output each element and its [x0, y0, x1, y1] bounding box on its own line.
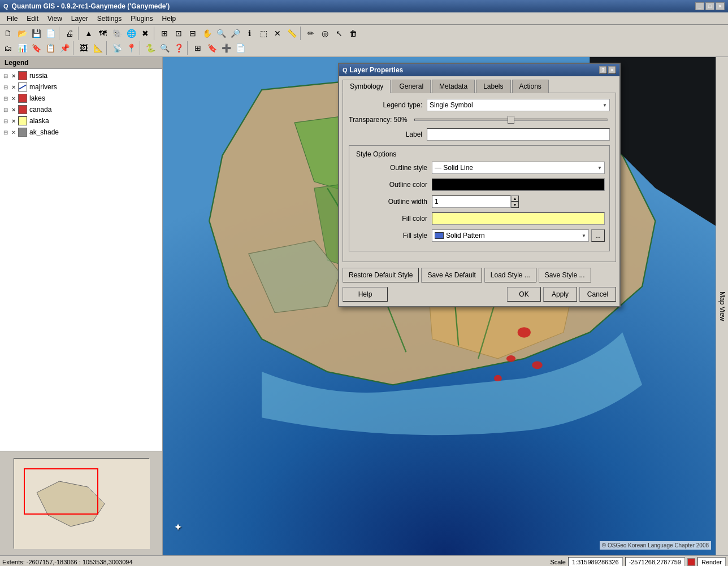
delete-feature-button[interactable]: 🗑	[346, 27, 360, 40]
legend-item-canada[interactable]: ⊟ ✕ canada	[1, 104, 161, 115]
move-feature-button[interactable]: ↖	[332, 27, 346, 40]
dialog-body: Symbology General Metadata Labels Action…	[339, 76, 619, 265]
zoom-in-button[interactable]: 🔍	[214, 27, 228, 40]
load-style-button[interactable]: Load Style ...	[484, 268, 536, 282]
legend-type-value: Single Symbol	[430, 101, 603, 109]
outline-style-select[interactable]: — Solid Line ▼	[432, 162, 605, 174]
graticule-btn[interactable]: ⊞	[191, 41, 205, 55]
tab-metadata[interactable]: Metadata	[432, 80, 475, 93]
outline-width-down[interactable]: ▼	[511, 202, 519, 208]
fill-style-select[interactable]: Solid Pattern ▼	[432, 229, 589, 242]
extra-btn[interactable]: ➕	[219, 41, 233, 55]
edit-button[interactable]: ✏	[304, 27, 318, 40]
menu-layer[interactable]: Layer	[67, 14, 93, 24]
icon-majrivers	[18, 82, 27, 92]
menu-settings[interactable]: Settings	[93, 14, 126, 24]
new-project-button[interactable]: 🗋	[1, 27, 15, 40]
python-btn[interactable]: 🐍	[144, 41, 157, 55]
apply-button[interactable]: Apply	[543, 287, 577, 302]
legend-type-select[interactable]: Single Symbol ▼	[427, 99, 610, 111]
layer-btn-4[interactable]: 📋	[44, 41, 57, 55]
legend-item-russia[interactable]: ⊟ ✕ russia	[1, 70, 161, 81]
check-akshade[interactable]: ✕	[11, 129, 16, 136]
dialog-close-button[interactable]: ×	[608, 66, 616, 74]
bookmark-btn[interactable]: 🔖	[205, 41, 219, 55]
legend-item-alaska[interactable]: ⊟ ✕ alaska	[1, 115, 161, 127]
check-lakes[interactable]: ✕	[11, 95, 16, 102]
zoom-selection-button[interactable]: ⊟	[186, 27, 200, 40]
legend-item-majrivers[interactable]: ⊟ ✕ majrivers	[1, 81, 161, 93]
outline-width-up[interactable]: ▲	[511, 195, 519, 202]
layer-btn-5[interactable]: 📌	[58, 41, 71, 55]
save-as-button[interactable]: 📄	[44, 27, 57, 40]
minimize-button[interactable]: _	[695, 2, 704, 10]
layer-btn-2[interactable]: 📊	[15, 41, 29, 55]
transparency-slider[interactable]	[414, 119, 608, 121]
toolbar-row-1: 🗋 📂 💾 📄 🖨 ▲ 🗺 🐘 🌐 ✖ ⊞ ⊡ ⊟ ✋ 🔍 🔎 ℹ ⬚ ✕ 📏 …	[1, 26, 727, 41]
composer-btn[interactable]: 🖼	[77, 41, 90, 55]
ok-button[interactable]: OK	[507, 287, 541, 302]
open-project-button[interactable]: 📂	[15, 27, 29, 40]
check-russia[interactable]: ✕	[11, 73, 16, 79]
save-as-default-button[interactable]: Save As Default	[421, 268, 482, 282]
stop-render-button[interactable]	[687, 558, 695, 566]
zoom-out-button[interactable]: 🔎	[228, 27, 242, 40]
select-button[interactable]: ⬚	[257, 27, 270, 40]
menu-edit[interactable]: Edit	[22, 14, 43, 24]
zoom-full-button[interactable]: ⊞	[158, 27, 171, 40]
help-button[interactable]: Help	[343, 287, 388, 302]
tab-actions[interactable]: Actions	[512, 80, 549, 93]
render-label[interactable]: Render	[697, 557, 726, 567]
check-majrivers[interactable]: ✕	[11, 84, 16, 90]
outline-width-input[interactable]	[432, 195, 511, 208]
fill-color-swatch[interactable]	[432, 212, 605, 225]
transparency-thumb[interactable]	[508, 116, 514, 124]
legend-item-akshade[interactable]: ⊟ ✕ ak_shade	[1, 127, 161, 138]
menu-file[interactable]: File	[2, 14, 22, 24]
tab-general[interactable]: General	[392, 80, 431, 93]
scale-value[interactable]: 1:315989286326	[568, 557, 623, 567]
legend-item-lakes[interactable]: ⊟ ✕ lakes	[1, 93, 161, 104]
add-vector-button[interactable]: ▲	[82, 27, 96, 40]
add-wms-button[interactable]: 🌐	[124, 27, 138, 40]
fill-style-extra-button[interactable]: ...	[591, 229, 605, 242]
save-project-button[interactable]: 💾	[29, 27, 43, 40]
capture-button[interactable]: ◎	[318, 27, 332, 40]
fill-color-row: Fill color	[354, 212, 605, 225]
dialog-help-button[interactable]: ?	[599, 66, 607, 74]
layer-btn-1[interactable]: 🗂	[1, 41, 15, 55]
tab-labels[interactable]: Labels	[476, 80, 510, 93]
menu-view[interactable]: View	[43, 14, 67, 24]
search-btn[interactable]: 🔍	[158, 41, 171, 55]
check-alaska[interactable]: ✕	[11, 118, 16, 124]
pdf-btn[interactable]: 📄	[233, 41, 247, 55]
restore-default-button[interactable]: Restore Default Style	[343, 268, 419, 282]
tab-symbology[interactable]: Symbology	[343, 80, 391, 93]
print-button[interactable]: 🖨	[63, 27, 76, 40]
layer-btn-3[interactable]: 🔖	[29, 41, 43, 55]
check-canada[interactable]: ✕	[11, 107, 16, 113]
map-view-text: Map View	[718, 291, 726, 321]
add-postgis-button[interactable]: 🐘	[110, 27, 124, 40]
identify-button[interactable]: ℹ	[242, 27, 256, 40]
pan-button[interactable]: ✋	[200, 27, 214, 40]
cancel-button[interactable]: Cancel	[579, 287, 616, 302]
coord-capture-btn[interactable]: 📍	[124, 41, 138, 55]
remove-layer-button[interactable]: ✖	[138, 27, 152, 40]
add-raster-button[interactable]: 🗺	[96, 27, 110, 40]
label-input[interactable]	[427, 128, 610, 141]
save-style-button[interactable]: Save Style ...	[539, 268, 591, 282]
composer-mgr-btn[interactable]: 📐	[91, 41, 105, 55]
menu-help[interactable]: Help	[158, 14, 181, 24]
zoom-layer-button[interactable]: ⊡	[172, 27, 185, 40]
menu-plugins[interactable]: Plugins	[126, 14, 157, 24]
main-area: Legend ⊟ ✕ russia ⊟ ✕ majrivers ⊟	[0, 57, 728, 555]
outline-color-swatch[interactable]	[432, 178, 605, 191]
deselect-button[interactable]: ✕	[271, 27, 284, 40]
map-area[interactable]: N ✦ © OSGeo Korean Language Chapter 2008…	[163, 57, 728, 555]
measure-button[interactable]: 📏	[285, 27, 298, 40]
gps-btn[interactable]: 📡	[110, 41, 124, 55]
maximize-button[interactable]: □	[705, 2, 714, 10]
close-button[interactable]: ×	[716, 2, 725, 10]
help-btn[interactable]: ❓	[172, 41, 185, 55]
